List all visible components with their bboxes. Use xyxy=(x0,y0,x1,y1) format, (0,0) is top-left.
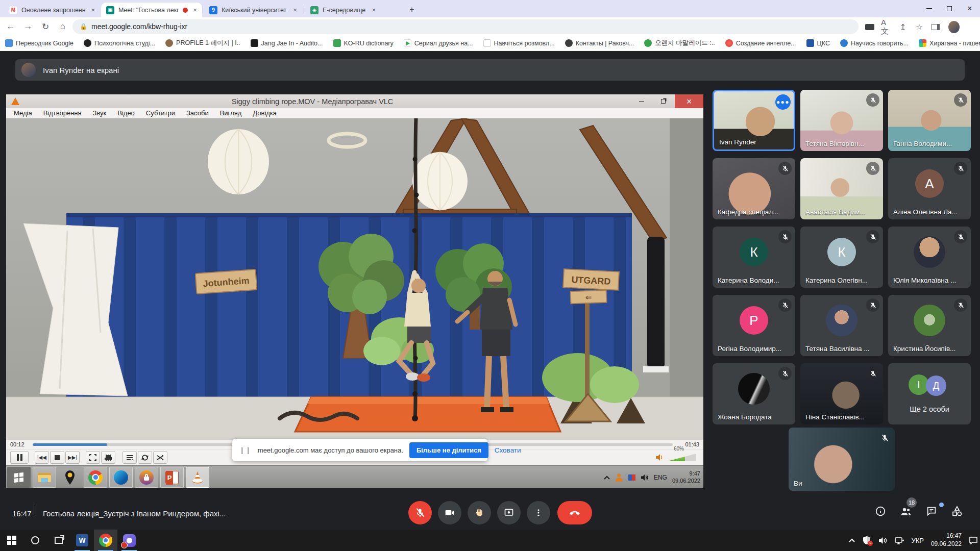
volume-slider[interactable] xyxy=(668,454,696,461)
file-explorer-icon[interactable] xyxy=(33,467,56,488)
pause-button[interactable] xyxy=(10,451,29,464)
chrome-icon-shared[interactable] xyxy=(84,467,107,488)
mic-toggle-button[interactable] xyxy=(408,501,432,524)
side-panel-icon[interactable] xyxy=(930,21,941,33)
tab-close-icon[interactable]: × xyxy=(370,6,378,14)
participant-tile[interactable]: Юлія Миколаївна ... xyxy=(888,227,971,288)
bookmark-star-icon[interactable]: ☆ xyxy=(914,21,925,33)
search-button[interactable] xyxy=(23,530,47,551)
bookmark-item[interactable]: 오렌지 마말레이드 :.. xyxy=(644,39,715,47)
start-button[interactable] xyxy=(0,530,23,551)
participant-tile-ivan[interactable]: ●●● Ivan Rynder xyxy=(713,90,795,151)
bookmark-item[interactable]: Хирагана - пишем,... xyxy=(919,39,980,47)
bookmark-item[interactable]: Контакты | Раковч... xyxy=(565,39,634,47)
stop-sharing-button[interactable]: Більше не ділитися xyxy=(409,442,488,458)
shuffle-button[interactable] xyxy=(153,451,167,464)
tab-calendar[interactable]: 9 Київський університет імені Бор × xyxy=(204,3,302,17)
taskbar-clock[interactable]: 16:4709.06.2022 xyxy=(931,532,962,548)
equalizer-button[interactable] xyxy=(101,451,115,464)
vlc-minimize-button[interactable] xyxy=(631,94,652,108)
menu-media[interactable]: Медіа xyxy=(8,109,38,117)
tab-e-environment[interactable]: ◈ Е-середовище × xyxy=(305,3,400,17)
menu-help[interactable]: Довідка xyxy=(247,109,282,117)
bookmark-item[interactable]: Навчіться розмовл... xyxy=(483,39,555,47)
map-pin-icon[interactable] xyxy=(58,467,82,488)
tab-close-icon[interactable]: × xyxy=(292,6,298,14)
participant-tile[interactable]: К Катерина Олегівн... xyxy=(800,227,883,288)
keyboard-icon[interactable] xyxy=(865,24,874,30)
chrome-taskbar-icon[interactable] xyxy=(94,530,117,551)
tab-meet-active[interactable]: ▣ Meet: "Гостьова лекція_Зуст × xyxy=(101,3,202,17)
address-bar[interactable]: 🔒 meet.google.com/kbw-rhug-ixr xyxy=(72,19,859,34)
tile-menu-button[interactable]: ●●● xyxy=(775,94,791,110)
self-tile[interactable]: Ви xyxy=(789,428,895,491)
task-view-button[interactable] xyxy=(47,530,70,551)
translate-icon[interactable]: A文 xyxy=(881,21,892,33)
menu-view[interactable]: Вигляд xyxy=(214,109,248,117)
edge-icon[interactable] xyxy=(109,467,133,488)
next-button[interactable]: ▶▶| xyxy=(65,451,80,464)
defender-tray-icon[interactable]: × xyxy=(862,536,871,545)
language-indicator-shared[interactable]: ENG xyxy=(654,474,667,481)
vlc-restore-button[interactable] xyxy=(652,94,674,108)
bookmark-item[interactable]: Jang Jae In - Audito... xyxy=(251,39,323,47)
word-taskbar-icon[interactable]: W xyxy=(70,530,94,551)
participant-tile[interactable]: Кристина Йосипів... xyxy=(888,295,971,356)
shared-clock[interactable]: 9:4709.06.2022 xyxy=(672,470,700,485)
show-people-button[interactable] xyxy=(899,505,913,518)
menu-playback[interactable]: Відтворення xyxy=(38,109,87,117)
menu-video[interactable]: Відео xyxy=(112,109,140,117)
network-tray-icon[interactable] xyxy=(895,537,904,544)
window-maximize-button[interactable] xyxy=(939,0,960,17)
forward-button[interactable]: → xyxy=(21,21,35,32)
participant-tile[interactable]: Ганна Володими... xyxy=(888,90,971,151)
chat-button[interactable] xyxy=(925,505,938,518)
back-button[interactable]: ← xyxy=(4,21,17,32)
participant-tile[interactable]: Анастасія Вадим... xyxy=(800,158,883,219)
bookmark-item[interactable]: Создание интелле... xyxy=(725,39,796,47)
messenger-taskbar-icon[interactable] xyxy=(117,530,141,551)
participant-tile[interactable]: Р Регіна Володимир... xyxy=(713,295,795,356)
participant-tile[interactable]: А Аліна Олегівна Ла... xyxy=(888,158,971,219)
activities-button[interactable] xyxy=(950,505,964,518)
drag-handle-icon[interactable]: ❙❙ xyxy=(239,446,252,454)
vlc-title-bar[interactable]: Siggy climbing rope.MOV - Медіапрогравач… xyxy=(6,94,703,108)
bookmark-item[interactable]: ЦКС xyxy=(806,39,830,47)
more-options-button[interactable] xyxy=(527,501,550,524)
bookmark-item[interactable]: KO-RU dictionary xyxy=(333,39,394,47)
flag-tray-icon[interactable] xyxy=(628,474,635,481)
stop-button[interactable] xyxy=(50,451,64,464)
menu-audio[interactable]: Звук xyxy=(87,109,112,117)
powerpoint-icon[interactable]: P xyxy=(160,467,184,488)
end-call-button[interactable] xyxy=(557,501,592,524)
bookmark-item[interactable]: Переводчик Google xyxy=(5,39,74,47)
camera-toggle-button[interactable] xyxy=(438,501,461,524)
hidden-icons-chevron[interactable] xyxy=(604,475,610,480)
participant-tile[interactable]: К Катерина Володи... xyxy=(713,227,795,288)
notification-center-icon[interactable] xyxy=(969,536,978,544)
reload-button[interactable]: ↻ xyxy=(39,21,52,32)
home-button[interactable]: ⌂ xyxy=(56,21,69,32)
participant-tile[interactable]: Тетяна Василівна ... xyxy=(800,295,883,356)
hide-link[interactable]: Сховати xyxy=(495,446,521,454)
window-close-button[interactable]: × xyxy=(960,0,980,17)
window-minimize-button[interactable] xyxy=(919,0,939,17)
participant-tile[interactable]: Тетяна Вікторівн... xyxy=(800,90,883,151)
profile-avatar[interactable] xyxy=(948,21,960,33)
tab-gmail[interactable]: M Оновлене запрошення: Гостьов × xyxy=(4,3,100,17)
vlc-close-button[interactable]: ✕ xyxy=(675,94,703,108)
new-tab-button[interactable]: + xyxy=(406,5,418,16)
tab-close-icon[interactable]: × xyxy=(90,6,96,14)
bookmark-item[interactable]: Психологічна студі... xyxy=(84,39,155,47)
share-icon[interactable]: ↥ xyxy=(897,21,909,33)
participant-tile[interactable]: Ніна Станіславів... xyxy=(800,363,883,424)
bookmark-item[interactable]: Сериал друзья на... xyxy=(404,39,473,47)
present-screen-button[interactable] xyxy=(497,501,521,524)
vlc-video-area[interactable]: UTGARD ⇐ Jotunheim xyxy=(6,118,703,440)
speaker-tray-icon[interactable] xyxy=(641,474,649,481)
bookmark-item[interactable]: Научись говорить... xyxy=(840,39,909,47)
tab-close-icon[interactable]: × xyxy=(192,6,198,14)
language-indicator[interactable]: УКР xyxy=(911,537,924,544)
fullscreen-button[interactable] xyxy=(86,451,100,464)
vpn-lock-icon[interactable] xyxy=(135,467,158,488)
